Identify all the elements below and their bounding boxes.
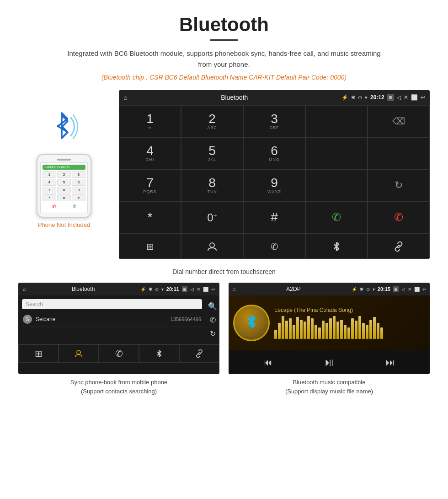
dialpad-icon[interactable]: ⊞ <box>119 234 181 259</box>
camera-icon[interactable]: ◙ <box>387 94 394 101</box>
phone-key-hash: # <box>72 194 85 201</box>
phone-call: ✆ <box>71 203 78 210</box>
key-7[interactable]: 7 PQRS <box>119 169 181 201</box>
title-underline <box>210 39 238 41</box>
phone-end-call: ✆ <box>50 203 58 210</box>
pb-usb-icon: ⚡ <box>140 287 146 292</box>
pb-bottom-bar: ⊞ ✆ <box>18 344 219 363</box>
bluetooth-icon[interactable] <box>305 234 368 259</box>
contact-number: 13566664466 <box>171 317 201 322</box>
pb-search-bar[interactable]: Search <box>22 299 202 309</box>
backspace-button[interactable]: ⌫ <box>368 105 430 137</box>
phonebook-screen: ⌂ Bluetooth ⚡ ✱ ⊙ ▾ 20:11 ◙ ◁ ✕ ⬜ ↩ Sear… <box>18 283 219 374</box>
music-status-bar: ⌂ A2DP ⚡ ✱ ⊙ ▾ 20:15 ◙ ◁ ✕ ⬜ ↩ <box>229 283 430 295</box>
music-vol-icon[interactable]: ◁ <box>401 287 405 292</box>
music-screen: ⌂ A2DP ⚡ ✱ ⊙ ▾ 20:15 ◙ ◁ ✕ ⬜ ↩ <box>229 283 430 374</box>
empty-cell-1 <box>305 105 368 137</box>
contacts-icon[interactable] <box>181 234 243 259</box>
search-side-icon[interactable]: 🔍 <box>206 299 219 313</box>
svg-line-3 <box>62 132 68 138</box>
pb-loc-icon: ⊙ <box>155 287 159 292</box>
pb-link-icon[interactable] <box>179 344 219 363</box>
pb-contact-row: S Seicane 13566664466 <box>22 312 202 327</box>
key-0[interactable]: 0+ <box>181 201 243 233</box>
music-window-icon[interactable]: ⬜ <box>414 287 420 292</box>
home-icon[interactable]: ⌂ <box>123 94 127 101</box>
phonebook-panel: ⌂ Bluetooth ⚡ ✱ ⊙ ▾ 20:11 ◙ ◁ ✕ ⬜ ↩ Sear… <box>18 283 219 396</box>
music-content: Escape (The Pina Colada Song) <box>229 295 430 350</box>
prev-button[interactable]: ⏮ <box>259 355 277 370</box>
phone-key-star: * <box>43 194 56 201</box>
close-icon[interactable]: ✕ <box>404 94 408 101</box>
phone-icon[interactable]: ✆ <box>243 234 305 259</box>
pb-dialpad-icon[interactable]: ⊞ <box>18 344 59 363</box>
back-icon[interactable]: ↩ <box>421 94 425 101</box>
call-green-button[interactable]: ✆ <box>305 201 368 233</box>
pb-bt-bottom-icon[interactable] <box>139 344 179 363</box>
next-button[interactable]: ⏭ <box>381 355 400 370</box>
window-icon[interactable]: ⬜ <box>411 94 418 101</box>
end-call-button[interactable]: ✆ <box>368 201 430 233</box>
rotate-button[interactable]: ↻ <box>368 169 430 201</box>
bt-status-icon: ✱ <box>351 95 355 101</box>
song-name: Escape (The Pina Colada Song) <box>274 307 425 313</box>
pb-camera-icon[interactable]: ◙ <box>182 286 187 292</box>
phone-key-4: 4 <box>43 179 56 186</box>
music-equalizer <box>274 316 425 339</box>
music-home-icon[interactable]: ⌂ <box>232 286 235 292</box>
key-1[interactable]: 1 ∞ <box>119 105 181 137</box>
pb-window-icon[interactable]: ⬜ <box>203 287 208 292</box>
pb-contacts-icon[interactable] <box>59 344 99 363</box>
phone-key-5: 5 <box>57 179 71 186</box>
info-line: (Bluetooth chip : CSR BC6 Default Blueto… <box>9 74 439 81</box>
music-back-icon[interactable]: ↩ <box>422 287 426 292</box>
usb-icon: ⚡ <box>341 94 348 101</box>
key-2[interactable]: 2 ABC <box>181 105 243 137</box>
play-pause-button[interactable]: ⏯ <box>319 354 339 370</box>
key-6[interactable]: 6 MNO <box>243 137 305 169</box>
key-5[interactable]: 5 JKL <box>181 137 243 169</box>
refresh-side-icon[interactable]: ↻ <box>206 327 219 340</box>
phone-top-bar <box>40 159 88 161</box>
music-time: 20:15 <box>378 286 390 292</box>
bluetooth-signal <box>43 108 85 145</box>
pb-phone-icon[interactable]: ✆ <box>99 344 139 363</box>
status-icons: ✱ ⊙ ▾ <box>351 95 368 101</box>
phone-key-0: 0 <box>57 194 71 201</box>
volume-icon[interactable]: ◁ <box>397 94 401 101</box>
music-camera-icon[interactable]: ◙ <box>393 286 399 292</box>
dialer-title: Bluetooth <box>130 94 339 101</box>
phone-key-6: 6 <box>72 179 85 186</box>
phonebook-caption: Sync phone-book from mobile phone(Suppor… <box>18 378 219 396</box>
pb-side-icons: 🔍 ✆ ↻ <box>206 295 219 344</box>
key-9[interactable]: 9 WXYZ <box>243 169 305 201</box>
key-hash[interactable]: # <box>243 201 305 233</box>
pb-body: Search S Seicane 13566664466 🔍 ✆ ↻ <box>18 295 219 344</box>
phone-not-included: Phone Not Included <box>38 221 90 228</box>
music-album-bt-icon <box>245 314 257 332</box>
contact-name: Seicane <box>36 316 171 322</box>
pb-vol-icon[interactable]: ◁ <box>190 287 194 292</box>
music-close-icon[interactable]: ✕ <box>408 287 411 292</box>
key-8[interactable]: 8 TUV <box>181 169 243 201</box>
pb-home-icon[interactable]: ⌂ <box>23 286 26 292</box>
phone-screen: + Add to Contacts 1 2 3 4 5 6 7 8 9 * 0 … <box>40 162 88 213</box>
title-section: Bluetooth Integrated with BC6 Bluetooth … <box>0 0 448 86</box>
key-star[interactable]: * <box>119 201 181 233</box>
key-3[interactable]: 3 DEF <box>243 105 305 137</box>
music-usb-icon: ⚡ <box>352 287 357 292</box>
pb-back-icon[interactable]: ↩ <box>211 287 215 292</box>
link-icon[interactable] <box>368 234 430 259</box>
left-phone-area: + Add to Contacts 1 2 3 4 5 6 7 8 9 * 0 … <box>18 90 110 228</box>
pb-close-icon[interactable]: ✕ <box>197 287 200 292</box>
call-side-icon[interactable]: ✆ <box>206 313 219 327</box>
dialer-bottom-bar: ⊞ ✆ <box>119 233 430 259</box>
phone-mockup: + Add to Contacts 1 2 3 4 5 6 7 8 9 * 0 … <box>37 154 91 218</box>
music-album-art <box>233 305 270 341</box>
dialer-grid: 1 ∞ 2 ABC 3 DEF ⌫ 4 GHI 5 JKL <box>119 105 430 233</box>
pb-search-placeholder: Search <box>26 301 43 307</box>
empty-cell-3 <box>368 137 430 169</box>
key-4[interactable]: 4 GHI <box>119 137 181 169</box>
phone-bottom-bar: ✆ ✆ <box>43 201 85 211</box>
phone-dialpad: 1 2 3 4 5 6 7 8 9 * 0 # <box>43 171 85 201</box>
